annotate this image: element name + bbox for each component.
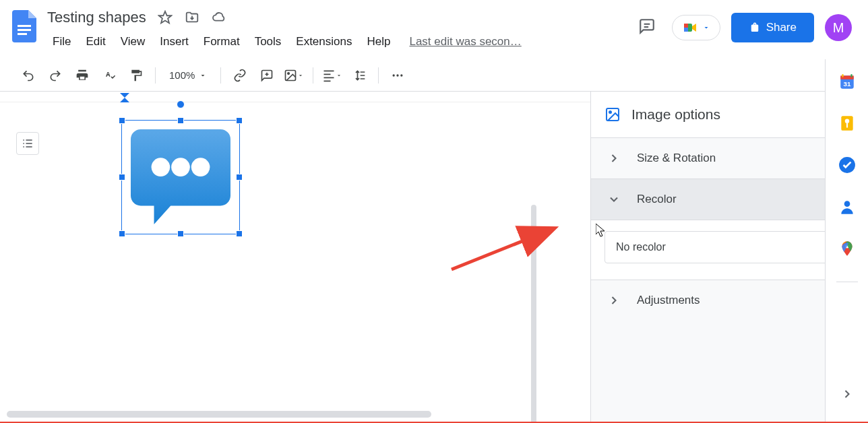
rotate-handle[interactable] — [177, 100, 185, 108]
svg-point-22 — [171, 158, 190, 176]
section-label: Size & Rotation — [637, 152, 716, 165]
cloud-status-icon[interactable] — [210, 8, 228, 27]
chevron-right-icon — [607, 294, 621, 307]
toolbar: 100% — [0, 59, 868, 92]
chat-bubble-image[interactable] — [127, 126, 234, 226]
resize-handle-ml[interactable] — [119, 174, 125, 181]
resize-handle-bm[interactable] — [177, 230, 184, 237]
meet-button[interactable] — [672, 15, 720, 40]
horizontal-ruler[interactable] — [0, 92, 590, 102]
menu-view[interactable]: View — [114, 32, 152, 51]
svg-point-13 — [397, 74, 399, 76]
line-spacing-button[interactable] — [347, 63, 371, 88]
account-avatar[interactable]: M — [825, 14, 852, 41]
svg-point-12 — [393, 74, 395, 76]
image-selection[interactable] — [121, 120, 240, 234]
svg-rect-6 — [684, 24, 688, 28]
align-button[interactable] — [320, 63, 344, 88]
resize-handle-tm[interactable] — [177, 117, 184, 124]
move-folder-icon[interactable] — [183, 8, 202, 27]
more-button[interactable] — [385, 63, 410, 88]
print-button[interactable] — [70, 63, 94, 88]
menu-edit[interactable]: Edit — [79, 32, 112, 51]
star-icon[interactable] — [156, 8, 175, 27]
menu-file[interactable]: File — [46, 32, 78, 51]
calendar-icon[interactable]: 31 — [838, 73, 856, 90]
contacts-icon[interactable] — [838, 198, 856, 216]
image-button[interactable] — [282, 63, 306, 88]
resize-handle-br[interactable] — [236, 230, 243, 237]
document-outline-button[interactable] — [16, 132, 39, 155]
link-button[interactable] — [228, 63, 252, 88]
recolor-value: No recolor — [616, 241, 666, 253]
menu-format[interactable]: Format — [197, 32, 247, 51]
document-title[interactable]: Testing shapes — [46, 7, 148, 28]
image-options-icon — [604, 106, 621, 123]
docs-logo[interactable] — [11, 9, 38, 43]
expand-panel-icon[interactable] — [838, 385, 856, 403]
resize-handle-tr[interactable] — [236, 117, 243, 124]
chevron-down-icon — [607, 193, 621, 206]
share-label: Share — [766, 21, 797, 34]
last-edit-link[interactable]: Last edit was secon… — [409, 35, 521, 48]
resize-handle-bl[interactable] — [119, 230, 125, 237]
ruler-indent-marker[interactable] — [120, 93, 129, 105]
svg-rect-30 — [842, 74, 843, 77]
menu-insert[interactable]: Insert — [153, 32, 195, 51]
horizontal-scrollbar[interactable] — [7, 411, 431, 418]
redo-button[interactable] — [43, 63, 67, 88]
recolor-select[interactable]: No recolor — [604, 231, 855, 263]
svg-text:31: 31 — [843, 80, 850, 88]
menu-tools[interactable]: Tools — [248, 32, 288, 51]
svg-point-25 — [609, 111, 611, 113]
section-label: Adjustments — [637, 294, 700, 307]
sidebar-title: Image options — [631, 106, 833, 123]
share-button[interactable]: Share — [731, 13, 814, 42]
comments-icon[interactable] — [633, 12, 661, 43]
svg-rect-2 — [18, 33, 27, 35]
svg-point-37 — [844, 201, 850, 207]
svg-point-34 — [844, 119, 849, 124]
side-panel: 31 — [825, 59, 868, 423]
comment-button[interactable] — [255, 63, 279, 88]
paint-format-button[interactable] — [124, 63, 148, 88]
svg-point-14 — [401, 74, 403, 76]
svg-rect-1 — [18, 29, 31, 31]
chevron-right-icon — [607, 152, 621, 165]
document-canvas[interactable] — [0, 92, 590, 423]
zoom-select[interactable]: 100% — [162, 67, 214, 84]
svg-rect-7 — [684, 28, 688, 32]
zoom-value: 100% — [169, 69, 195, 81]
svg-rect-35 — [846, 123, 847, 128]
maps-icon[interactable] — [838, 240, 856, 257]
menu-help[interactable]: Help — [360, 32, 397, 51]
svg-point-21 — [152, 158, 170, 176]
svg-point-23 — [191, 158, 210, 176]
svg-point-11 — [288, 72, 290, 74]
resize-handle-mr[interactable] — [236, 174, 243, 181]
undo-button[interactable] — [16, 63, 40, 88]
tasks-icon[interactable] — [838, 156, 856, 174]
vertical-scrollbar[interactable] — [531, 205, 536, 423]
svg-rect-0 — [18, 25, 31, 27]
menu-extensions[interactable]: Extensions — [289, 32, 359, 51]
section-label: Recolor — [637, 193, 677, 206]
resize-handle-tl[interactable] — [119, 117, 125, 124]
keep-icon[interactable] — [838, 115, 856, 132]
svg-rect-31 — [850, 74, 852, 77]
spellcheck-button[interactable] — [97, 63, 121, 88]
